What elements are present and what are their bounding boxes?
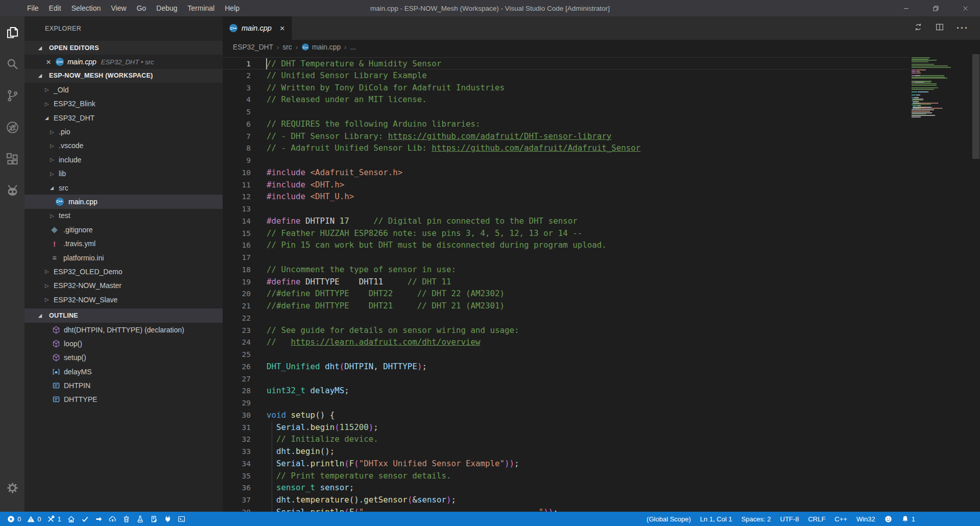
tree-item-old[interactable]: ▷_Old bbox=[25, 83, 223, 97]
code-line-37[interactable]: 37 dht.temperature().getSensor(&sensor); bbox=[223, 494, 972, 506]
code-line-25[interactable]: 25 bbox=[223, 348, 972, 361]
tree-item-travis-yml[interactable]: !.travis.yml bbox=[25, 236, 223, 250]
tree-item-gitignore[interactable]: .gitignore bbox=[25, 223, 223, 236]
tree-item-main-cpp[interactable]: C++main.cpp bbox=[25, 195, 223, 208]
code-line-2[interactable]: 2// Unified Sensor Library Example bbox=[223, 69, 972, 82]
code-editor[interactable]: 1// DHT Temperature & Humidity Sensor2//… bbox=[223, 54, 972, 512]
code-line-4[interactable]: 4// Released under an MIT license. bbox=[223, 93, 972, 106]
split-editor-button[interactable] bbox=[935, 22, 944, 34]
breadcrumb-src[interactable]: src bbox=[282, 43, 292, 51]
outline-item-setup[interactable]: setup() bbox=[25, 351, 223, 365]
tree-item-esp32-now-slave[interactable]: ▷ESP32-NOW_Slave bbox=[25, 293, 223, 306]
tree-item-include[interactable]: ▷include bbox=[25, 153, 223, 166]
code-line-17[interactable]: 17 bbox=[223, 251, 972, 264]
outline-item-delayms[interactable]: delayMS bbox=[25, 365, 223, 378]
code-line-11[interactable]: 11#include <DHT.h> bbox=[223, 179, 972, 191]
status-global-scope[interactable]: (Global Scope) bbox=[642, 512, 696, 526]
code-line-28[interactable]: 28uint32_t delayMS; bbox=[223, 385, 972, 397]
status-smiley[interactable] bbox=[880, 512, 897, 526]
menu-debug[interactable]: Debug bbox=[151, 0, 182, 16]
code-line-21[interactable]: 21//#define DHTTYPE DHT21 // DHT 21 (AM2… bbox=[223, 300, 972, 312]
sync-button[interactable] bbox=[914, 22, 923, 34]
status-check[interactable] bbox=[78, 512, 92, 526]
activity-source-control[interactable] bbox=[0, 80, 25, 111]
open-editor-main-cpp[interactable]: ×C++main.cppESP32_DHT • src bbox=[25, 55, 223, 68]
outline-item-dht-dhtpin-dhttype-declaration[interactable]: dht(DHTPIN, DHTTYPE) (declaration) bbox=[25, 323, 223, 337]
status-crlf[interactable]: CRLF bbox=[803, 512, 830, 526]
tree-item-test[interactable]: ▷test bbox=[25, 209, 223, 223]
menu-terminal[interactable]: Terminal bbox=[182, 0, 220, 16]
restore-button[interactable] bbox=[921, 0, 950, 16]
activity-extensions[interactable] bbox=[0, 143, 25, 175]
close-window-button[interactable] bbox=[950, 0, 980, 16]
outline-item-dhtpin[interactable]: DHTPIN bbox=[25, 378, 223, 392]
code-line-3[interactable]: 3// Written by Tony DiCola for Adafruit … bbox=[223, 82, 972, 94]
code-line-31[interactable]: 31 Serial.begin(115200); bbox=[223, 421, 972, 434]
code-line-8[interactable]: 8// - Adafruit Unified Sensor Lib: https… bbox=[223, 142, 972, 154]
open-editors-header[interactable]: ◢ OPEN EDITORS bbox=[25, 41, 223, 55]
code-line-38[interactable]: 38 Serial.println(F("-------------------… bbox=[223, 506, 972, 512]
activity-files[interactable] bbox=[0, 16, 25, 48]
code-line-14[interactable]: 14#define DHTPIN 17 // Digital pin conne… bbox=[223, 215, 972, 227]
code-line-33[interactable]: 33 dht.begin(); bbox=[223, 445, 972, 458]
tree-item-esp32-oled-demo[interactable]: ▷ESP32_OLED_Demo bbox=[25, 265, 223, 278]
code-line-24[interactable]: 24// https://learn.adafruit.com/dht/over… bbox=[223, 336, 972, 348]
status-warning[interactable]: 0 bbox=[24, 512, 44, 526]
code-line-26[interactable]: 26DHT_Unified dht(DHTPIN, DHTTYPE); bbox=[223, 361, 972, 373]
tree-item-platformio-ini[interactable]: ≡platformio.ini bbox=[25, 251, 223, 265]
status-terminal[interactable] bbox=[175, 512, 188, 526]
code-line-32[interactable]: 32 // Initialize device. bbox=[223, 433, 972, 445]
status-arrow-right[interactable] bbox=[92, 512, 106, 526]
status-tools[interactable]: 1 bbox=[44, 512, 64, 526]
code-line-5[interactable]: 5 bbox=[223, 106, 972, 118]
menu-go[interactable]: Go bbox=[131, 0, 151, 16]
status-c[interactable]: C++ bbox=[830, 512, 852, 526]
tree-item-esp32-dht[interactable]: ◢ESP32_DHT bbox=[25, 111, 223, 125]
ellipsis-button[interactable]: ··· bbox=[957, 23, 969, 34]
code-line-18[interactable]: 18// Uncomment the type of sensor in use… bbox=[223, 264, 972, 276]
code-line-29[interactable]: 29 bbox=[223, 397, 972, 409]
status-win32[interactable]: Win32 bbox=[852, 512, 880, 526]
outline-header[interactable]: ◢ OUTLINE bbox=[25, 308, 223, 322]
minimize-button[interactable] bbox=[891, 0, 921, 16]
code-line-22[interactable]: 22 bbox=[223, 312, 972, 324]
code-line-15[interactable]: 15// Feather HUZZAH ESP8266 note: use pi… bbox=[223, 227, 972, 240]
code-line-6[interactable]: 6// REQUIRES the following Arduino libra… bbox=[223, 118, 972, 130]
status-error[interactable]: 0 bbox=[4, 512, 24, 526]
code-line-30[interactable]: 30void setup() { bbox=[223, 409, 972, 421]
code-line-7[interactable]: 7// - DHT Sensor Library: https://github… bbox=[223, 130, 972, 142]
editor-scrollbar[interactable] bbox=[972, 54, 980, 512]
status-trash[interactable] bbox=[119, 512, 133, 526]
tree-item-lib[interactable]: ▷lib bbox=[25, 167, 223, 181]
status-utf-8[interactable]: UTF-8 bbox=[776, 512, 804, 526]
breadcrumb-[interactable]: ... bbox=[350, 43, 356, 51]
scrollbar-thumb[interactable] bbox=[972, 54, 979, 159]
code-line-9[interactable]: 9 bbox=[223, 154, 972, 166]
menu-view[interactable]: View bbox=[106, 0, 131, 16]
activity-debug[interactable] bbox=[0, 111, 25, 143]
code-line-12[interactable]: 12#include <DHT_U.h> bbox=[223, 190, 972, 203]
status-cloud-upload[interactable] bbox=[106, 512, 119, 526]
activity-gear[interactable] bbox=[0, 472, 25, 504]
code-line-1[interactable]: 1// DHT Temperature & Humidity Sensor bbox=[223, 57, 972, 69]
minimap[interactable] bbox=[910, 54, 972, 512]
status-plug[interactable] bbox=[161, 512, 175, 526]
tab-main-cpp[interactable]: C++main.cpp× bbox=[223, 16, 292, 40]
activity-platformio[interactable] bbox=[0, 175, 25, 206]
tree-item-pio[interactable]: ▷.pio bbox=[25, 125, 223, 138]
status-ln-1-col-1[interactable]: Ln 1, Col 1 bbox=[696, 512, 737, 526]
activity-search[interactable] bbox=[0, 48, 25, 80]
menu-selection[interactable]: Selection bbox=[66, 0, 106, 16]
tree-item-esp32-now-master[interactable]: ▷ESP32-NOW_Master bbox=[25, 279, 223, 293]
code-line-35[interactable]: 35 // Print temperature sensor details. bbox=[223, 470, 972, 482]
outline-item-loop[interactable]: loop() bbox=[25, 337, 223, 350]
status-flask[interactable] bbox=[133, 512, 147, 526]
outline-item-dhttype[interactable]: DHTTYPE bbox=[25, 393, 223, 407]
tree-item-vscode[interactable]: ▷.vscode bbox=[25, 139, 223, 153]
breadcrumb-main-cpp[interactable]: C++main.cpp bbox=[301, 43, 341, 51]
code-line-13[interactable]: 13 bbox=[223, 203, 972, 215]
breadcrumb-esp32-dht[interactable]: ESP32_DHT bbox=[233, 43, 273, 51]
tab-close-icon[interactable]: × bbox=[280, 24, 285, 33]
code-line-16[interactable]: 16// Pin 15 can work but DHT must be dis… bbox=[223, 239, 972, 251]
code-line-10[interactable]: 10#include <Adafruit_Sensor.h> bbox=[223, 166, 972, 179]
